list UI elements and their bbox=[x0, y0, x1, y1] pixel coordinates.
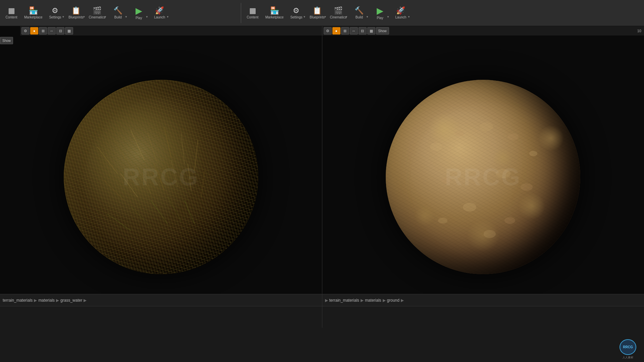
build-label-right: Build bbox=[356, 15, 363, 19]
content-label-left: Content bbox=[5, 15, 17, 19]
breadcrumb-item-terrain-left[interactable]: terrain_materials bbox=[3, 298, 33, 303]
build-icon-right: 🔨 bbox=[355, 7, 364, 14]
breadcrumb-sep-3-right: ▶ bbox=[401, 298, 404, 303]
cinematics-arrow-right: ▼ bbox=[345, 15, 348, 18]
breadcrumb-item-materials-right[interactable]: materials bbox=[365, 298, 381, 303]
sphere-grass bbox=[64, 80, 258, 274]
svg-line-16 bbox=[131, 207, 151, 227]
vt-settings-right[interactable]: ⚙ bbox=[324, 27, 332, 35]
sphere-container-left bbox=[0, 26, 322, 328]
svg-line-15 bbox=[107, 214, 131, 231]
cinematics-icon-right: 🎬 bbox=[334, 7, 343, 14]
vt-realtime-right[interactable]: ● bbox=[332, 27, 340, 35]
svg-line-5 bbox=[164, 127, 171, 157]
settings-arrow-left: ▼ bbox=[62, 15, 65, 18]
svg-line-2 bbox=[114, 140, 131, 167]
settings-btn-left[interactable]: ⚙ Settings ▼ bbox=[45, 2, 65, 24]
breadcrumb-item-materials-left[interactable]: materials bbox=[38, 298, 55, 303]
sphere-ground bbox=[386, 80, 580, 274]
settings-btn-right[interactable]: ⚙ Settings ▼ bbox=[286, 2, 306, 24]
content-icon-right: ▦ bbox=[249, 7, 256, 14]
svg-line-7 bbox=[195, 140, 198, 170]
vt-grid-right[interactable]: ⊟ bbox=[359, 27, 367, 35]
viewport-left: Show ⚙ ● ⊞ ↔ ⊟ ▦ bbox=[0, 26, 322, 328]
play-btn-left[interactable]: ▶ Play ▼ bbox=[129, 2, 149, 24]
cinematics-btn-right[interactable]: 🎬 Cinematics ▼ bbox=[328, 2, 348, 24]
launch-arrow-left: ▼ bbox=[166, 15, 169, 18]
svg-line-13 bbox=[188, 164, 191, 190]
bottom-content-left bbox=[0, 306, 322, 328]
svg-point-25 bbox=[529, 151, 537, 156]
vt-layout-left[interactable]: ▦ bbox=[65, 27, 73, 35]
cinematics-btn-left[interactable]: 🎬 Cinematics ▼ bbox=[87, 2, 107, 24]
svg-line-18 bbox=[168, 197, 181, 221]
marketplace-icon-right: 🏪 bbox=[270, 7, 279, 14]
blueprints-icon-right: 📋 bbox=[313, 7, 322, 14]
sphere-container-right bbox=[322, 26, 644, 328]
marketplace-btn-left[interactable]: 🏪 Marketplace bbox=[22, 2, 44, 24]
blueprints-arrow-right: ▼ bbox=[324, 15, 327, 18]
build-label-left: Build bbox=[114, 15, 122, 19]
vt-layout-right[interactable]: ▦ bbox=[367, 27, 375, 35]
marketplace-btn-right[interactable]: 🏪 Marketplace bbox=[263, 2, 285, 24]
breadcrumb-left: terrain_materials ▶ materials ▶ grass_wa… bbox=[0, 294, 322, 306]
breadcrumb-item-ground-right[interactable]: ground bbox=[387, 298, 399, 303]
vt-grid-left[interactable]: ⊟ bbox=[56, 27, 64, 35]
svg-point-20 bbox=[386, 80, 580, 274]
svg-point-31 bbox=[438, 218, 447, 224]
breadcrumb-item-terrain-right[interactable]: terrain_materials bbox=[329, 298, 359, 303]
vt-fullscreen-left[interactable]: ⊞ bbox=[39, 27, 47, 35]
svg-line-11 bbox=[154, 164, 164, 190]
launch-label-right: Launch bbox=[395, 15, 407, 19]
svg-point-23 bbox=[480, 122, 493, 131]
logo-text: RRCG bbox=[623, 345, 633, 349]
build-btn-left[interactable]: 🔨 Build ▼ bbox=[108, 2, 128, 24]
svg-point-32 bbox=[484, 230, 496, 238]
svg-point-22 bbox=[455, 130, 464, 136]
build-btn-right[interactable]: 🔨 Build ▼ bbox=[349, 2, 369, 24]
vt-move-left[interactable]: ↔ bbox=[48, 27, 56, 35]
svg-line-1 bbox=[97, 147, 117, 174]
blueprints-btn-left[interactable]: 📋 Blueprints ▼ bbox=[66, 2, 86, 24]
svg-point-0 bbox=[64, 80, 258, 274]
svg-line-4 bbox=[148, 133, 158, 164]
play-btn-right[interactable]: ▶ Play ▼ bbox=[370, 2, 390, 24]
viewport-right: ⚙ ● ⊞ ↔ ⊟ ▦ Show 10 bbox=[322, 26, 644, 328]
svg-point-26 bbox=[441, 177, 451, 184]
breadcrumb-item-grass-left[interactable]: grass_water bbox=[60, 298, 82, 303]
play-label-right: Play bbox=[377, 16, 383, 20]
svg-point-28 bbox=[521, 183, 533, 191]
launch-btn-left[interactable]: 🚀 Launch ▼ bbox=[150, 2, 170, 24]
bottom-content-right bbox=[322, 306, 644, 328]
build-arrow-left: ▼ bbox=[125, 15, 127, 18]
viewports-container: Show ⚙ ● ⊞ ↔ ⊟ ▦ bbox=[0, 26, 644, 328]
launch-icon-left: 🚀 bbox=[155, 7, 164, 14]
launch-icon-right: 🚀 bbox=[396, 7, 405, 14]
svg-line-19 bbox=[184, 200, 195, 224]
breadcrumb-sep-2-right: ▶ bbox=[383, 298, 386, 303]
settings-label-right: Settings bbox=[290, 15, 302, 19]
show-btn-right[interactable]: Show bbox=[376, 27, 389, 35]
vt-settings-left[interactable]: ⚙ bbox=[21, 27, 30, 35]
toolbar-left: ▦ Content 🏪 Marketplace ⚙ Settings ▼ 📋 B… bbox=[1, 2, 239, 24]
blueprints-btn-right[interactable]: 📋 Blueprints ▼ bbox=[307, 2, 327, 24]
main-toolbar: ▦ Content 🏪 Marketplace ⚙ Settings ▼ 📋 B… bbox=[0, 0, 644, 26]
vt-move-right[interactable]: ↔ bbox=[350, 27, 358, 35]
svg-point-24 bbox=[508, 133, 519, 140]
cinematics-label-left: Cinematics bbox=[89, 15, 105, 19]
vt-realtime-left[interactable]: ● bbox=[30, 27, 38, 35]
cinematics-icon-left: 🎬 bbox=[93, 7, 102, 14]
vt-fullscreen-right[interactable]: ⊞ bbox=[341, 27, 349, 35]
launch-btn-right[interactable]: 🚀 Launch ▼ bbox=[391, 2, 411, 24]
content-btn-right[interactable]: ▦ Content bbox=[243, 2, 263, 24]
marketplace-icon-left: 🏪 bbox=[29, 7, 38, 14]
blueprints-arrow-left: ▼ bbox=[83, 15, 86, 18]
breadcrumb-sep-1-right: ▶ bbox=[361, 298, 364, 303]
launch-label-left: Launch bbox=[154, 15, 165, 19]
svg-line-6 bbox=[181, 133, 184, 164]
svg-line-9 bbox=[121, 174, 138, 197]
build-icon-left: 🔨 bbox=[113, 7, 122, 14]
content-btn-left[interactable]: ▦ Content bbox=[1, 2, 21, 24]
show-btn-left[interactable]: Show bbox=[0, 37, 13, 44]
bottom-logo: RRCG 人人素材 bbox=[614, 339, 641, 359]
